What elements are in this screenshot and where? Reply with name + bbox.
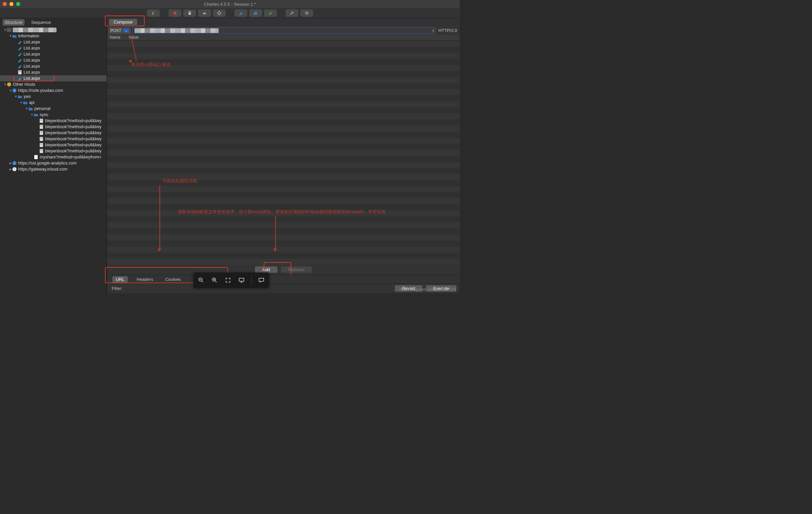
tree-node[interactable]: ▶https://ssl.google-analytics.com (0, 160, 107, 166)
tree-node[interactable]: myshare?method=pull&keyfrom= (0, 154, 107, 160)
broom-icon[interactable] (147, 9, 160, 17)
table-row[interactable] (107, 234, 460, 240)
table-row[interactable] (107, 204, 460, 210)
compose-button[interactable]: Compose (109, 19, 137, 25)
tree-node[interactable]: ▼https://note.youdao.com (0, 87, 107, 93)
http-method-select[interactable]: POST ⌄ (108, 27, 131, 34)
validate-icon[interactable] (264, 9, 277, 17)
breakpoint-icon[interactable] (213, 9, 226, 17)
tree-node[interactable]: List.aspx (0, 75, 107, 81)
table-row[interactable] (107, 53, 460, 59)
table-row[interactable] (107, 162, 460, 168)
table-row[interactable] (107, 65, 460, 71)
tree-node-label: blepenbook?method=pull&key (45, 149, 102, 153)
table-row[interactable] (107, 107, 460, 113)
tree-node[interactable]: blepenbook?method=pull&key (0, 136, 107, 142)
table-row[interactable] (107, 119, 460, 125)
add-button[interactable]: Add (255, 266, 278, 273)
tree-node[interactable]: blepenbook?method=pull&key (0, 142, 107, 148)
tab-structure[interactable]: Structure (3, 19, 25, 26)
pen-icon (18, 58, 22, 63)
tree-node[interactable]: ▼yws (0, 93, 107, 99)
table-row[interactable] (107, 192, 460, 198)
table-row[interactable] (107, 247, 460, 253)
tree-node-label: blepenbook?method=pull&key (45, 137, 102, 141)
subtab-headers[interactable]: Headers (133, 276, 156, 283)
lock-icon[interactable] (183, 9, 196, 17)
table-row[interactable] (107, 77, 460, 83)
table-row[interactable] (107, 253, 460, 259)
subtab-url[interactable]: URL (112, 276, 128, 283)
tree-node-label: blepenbook?method=pull&key (45, 118, 102, 123)
table-row[interactable] (107, 101, 460, 107)
edit-icon[interactable] (234, 9, 247, 17)
record-icon[interactable] (169, 9, 181, 17)
table-row[interactable] (107, 259, 460, 265)
table-row[interactable] (107, 41, 460, 47)
table-row[interactable] (107, 125, 460, 132)
tree-node[interactable]: blepenbook?method=pull&key (0, 118, 107, 124)
fullscreen-icon[interactable] (224, 277, 232, 284)
table-row[interactable] (107, 138, 460, 144)
tree-node[interactable]: ▼sync (0, 112, 107, 118)
tree-node[interactable]: ▼Information (0, 33, 107, 39)
zoom-in-icon[interactable] (211, 277, 218, 284)
table-row[interactable] (107, 168, 460, 174)
table-row[interactable] (107, 180, 460, 186)
comment-icon[interactable] (258, 277, 265, 284)
table-row[interactable] (107, 156, 460, 162)
tree-node[interactable]: blepenbook?method=pull&key (0, 124, 107, 130)
tree-node[interactable]: blepenbook?method=pull&key (0, 148, 107, 154)
table-row[interactable] (107, 113, 460, 119)
tree-node[interactable]: List.aspx (0, 57, 107, 63)
tab-sequence[interactable]: Sequence (29, 19, 53, 26)
settings-icon[interactable] (300, 9, 313, 17)
tree-node-label: blepenbook?method=pull&key (45, 131, 102, 135)
table-row[interactable] (107, 198, 460, 204)
tree-node[interactable]: ▼Other Hosts (0, 81, 107, 87)
table-row[interactable] (107, 186, 460, 192)
table-row[interactable] (107, 47, 460, 53)
zoom-out-icon[interactable] (198, 277, 205, 284)
titlebar: Charles 4.5.5 - Session 1 * (0, 0, 460, 8)
repeat-icon[interactable] (249, 9, 262, 17)
tree-node-label: myshare?method=pull&keyfrom= (40, 155, 101, 160)
remove-button[interactable]: Remove (281, 266, 312, 273)
table-row[interactable] (107, 240, 460, 247)
request-tree[interactable]: ▼▼InformationList.aspxList.aspxList.aspx… (0, 26, 107, 293)
tree-node[interactable]: List.aspx (0, 45, 107, 51)
table-row[interactable] (107, 222, 460, 228)
table-row[interactable] (107, 132, 460, 138)
subtab-cookies[interactable]: Cookies (162, 276, 184, 283)
url-input[interactable]: x (132, 27, 436, 34)
clear-url-icon[interactable]: x (432, 28, 434, 32)
table-row[interactable] (107, 71, 460, 77)
tree-node[interactable]: blepenbook?method=pull&key (0, 130, 107, 136)
tree-node[interactable]: List.aspx (0, 69, 107, 75)
svg-point-2 (203, 12, 206, 14)
present-icon[interactable] (238, 277, 245, 284)
turtle-icon[interactable] (198, 9, 211, 17)
tree-node[interactable]: ▼api (0, 99, 107, 106)
sidebar-tabs: Structure Sequence (0, 18, 107, 26)
table-row[interactable] (107, 174, 460, 180)
tree-node[interactable]: List.aspx (0, 51, 107, 57)
table-row[interactable] (107, 210, 460, 216)
table-row[interactable] (107, 59, 460, 65)
table-row[interactable] (107, 144, 460, 150)
tree-node[interactable]: List.aspx (0, 63, 107, 69)
tree-node[interactable]: List.aspx (0, 39, 107, 45)
tree-node[interactable]: ▶https://gateway.icloud.com (0, 166, 107, 172)
tree-node[interactable]: ▼ (0, 27, 107, 33)
table-row[interactable] (107, 228, 460, 234)
table-row[interactable] (107, 89, 460, 95)
tree-node-label: https://ssl.google-analytics.com (18, 161, 77, 166)
tree-node[interactable]: ▼personal (0, 106, 107, 112)
tools-icon[interactable] (286, 9, 298, 17)
table-row[interactable] (107, 216, 460, 222)
doc-icon (39, 143, 44, 147)
table-row[interactable] (107, 150, 460, 156)
table-row[interactable] (107, 95, 460, 101)
table-row[interactable] (107, 83, 460, 89)
params-grid[interactable]: 再当前url基础上修改可修改的属性范围读取本地的配置文件更改请求，这个跟mock… (107, 41, 460, 265)
